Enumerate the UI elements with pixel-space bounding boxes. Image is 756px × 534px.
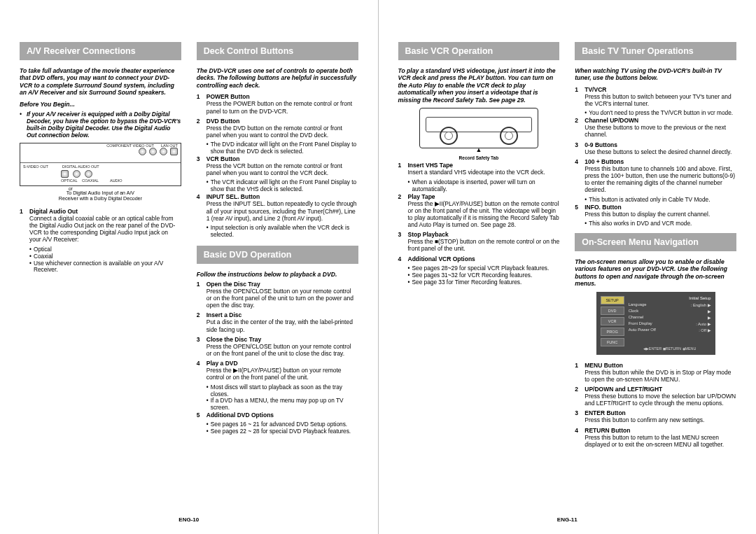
osd-mockup: SETUP DVD VCR PROG FUNC Initial Setup La… xyxy=(596,292,715,355)
section-header-av: A/V Receiver Connections xyxy=(20,42,181,60)
av-intro: To take full advantage of the movie thea… xyxy=(20,67,181,97)
vhs-diagram: ▲ Record Safety Tab xyxy=(419,108,538,160)
col-av: A/V Receiver Connections To take full ad… xyxy=(20,42,181,512)
page-right: Basic VCR Operation To play a standard V… xyxy=(379,0,757,534)
col-vcr: Basic VCR Operation To play a standard V… xyxy=(398,42,560,512)
av-bypass: If your A/V receiver is equipped with a … xyxy=(20,111,181,139)
col-tv-menu: Basic TV Tuner Operations When watching … xyxy=(575,42,736,512)
page-footer-right: ENG-11 xyxy=(398,517,737,523)
av-item-1: 1 Digital Audio Out Connect a digital co… xyxy=(20,208,181,244)
col-deck-dvd: Deck Control Buttons The DVD-VCR uses on… xyxy=(197,42,358,512)
section-header-deck: Deck Control Buttons xyxy=(197,42,358,60)
section-header-vcr: Basic VCR Operation xyxy=(398,42,560,60)
page-left: A/V Receiver Connections To take full ad… xyxy=(0,0,378,534)
av-diagram: COMPONENT VIDEO OUT LAN OUT S-VIDEO OUT … xyxy=(20,143,181,186)
page-footer-left: ENG-10 xyxy=(20,517,358,523)
section-header-menu: On-Screen Menu Navigation xyxy=(575,233,736,251)
av-before: Before You Begin... xyxy=(20,101,181,108)
section-header-dvd: Basic DVD Operation xyxy=(197,246,358,264)
section-header-tv: Basic TV Tuner Operations xyxy=(575,42,736,60)
manual-spread: A/V Receiver Connections To take full ad… xyxy=(0,0,756,534)
